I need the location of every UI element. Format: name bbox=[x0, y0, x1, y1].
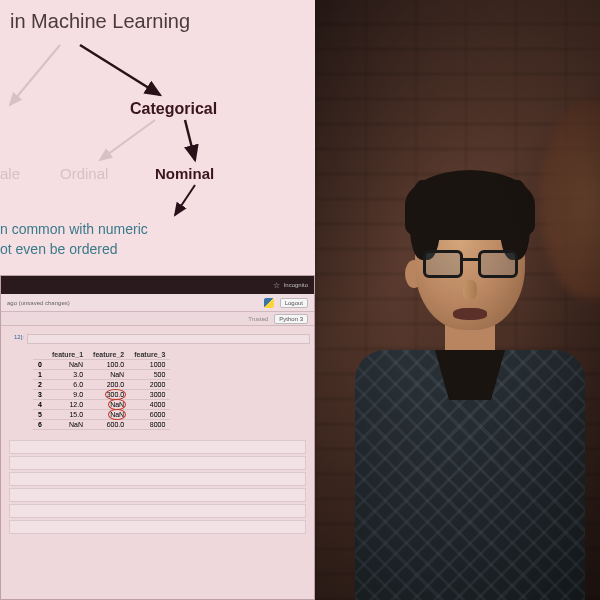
table-header-row: feature_1feature_2feature_3 bbox=[33, 350, 170, 360]
table-cell: 1 bbox=[33, 370, 47, 380]
python-logo-icon bbox=[264, 298, 274, 308]
table-cell: 6 bbox=[33, 420, 47, 430]
table-row: 0NaN100.01000 bbox=[33, 360, 170, 370]
desc-line-2: ot even be ordered bbox=[0, 240, 148, 260]
table-cell: NaN bbox=[88, 370, 129, 380]
node-nominal: Nominal bbox=[155, 165, 214, 182]
slide-title: in Machine Learning bbox=[10, 10, 190, 33]
table-cell: 2000 bbox=[129, 380, 170, 390]
table-cell: 15.0 bbox=[47, 410, 88, 420]
table-cell: 9.0 bbox=[47, 390, 88, 400]
notebook-header-right: Logout bbox=[264, 298, 308, 308]
browser-chrome-bar: ☆ Incognito bbox=[1, 276, 314, 294]
empty-cells-region bbox=[5, 440, 310, 534]
node-scale-faded: ale bbox=[0, 165, 20, 182]
svg-line-1 bbox=[80, 45, 160, 95]
svg-line-3 bbox=[185, 120, 195, 160]
table-col-header: feature_2 bbox=[88, 350, 129, 360]
table-col-header bbox=[33, 350, 47, 360]
notebook-toolbar: Trusted Python 3 bbox=[1, 312, 314, 326]
logout-button[interactable]: Logout bbox=[280, 298, 308, 308]
table-cell: 3.0 bbox=[47, 370, 88, 380]
trusted-label: Trusted bbox=[248, 316, 268, 322]
table-cell: 12.0 bbox=[47, 400, 88, 410]
slide-area: in Machine Learning Categorical ale Ordi… bbox=[0, 0, 315, 270]
incognito-label: Incognito bbox=[284, 282, 308, 288]
svg-line-4 bbox=[175, 185, 195, 215]
node-ordinal-faded: Ordinal bbox=[60, 165, 108, 182]
code-input-area[interactable] bbox=[27, 334, 310, 344]
empty-cell[interactable] bbox=[9, 456, 306, 470]
empty-cell[interactable] bbox=[9, 472, 306, 486]
notebook-file-status: ago (unsaved changes) bbox=[7, 300, 70, 306]
table-cell: 3000 bbox=[129, 390, 170, 400]
table-row: 515.0NaN6000 bbox=[33, 410, 170, 420]
left-panel: in Machine Learning Categorical ale Ordi… bbox=[0, 0, 315, 600]
table-cell: NaN bbox=[47, 420, 88, 430]
table-cell: NaN bbox=[47, 360, 88, 370]
table-cell: 3 bbox=[33, 390, 47, 400]
notebook-header: ago (unsaved changes) Logout bbox=[1, 294, 314, 312]
table-cell: 6000 bbox=[129, 410, 170, 420]
dataframe-table: feature_1feature_2feature_3 0NaN100.0100… bbox=[33, 350, 170, 430]
table-cell: 500 bbox=[129, 370, 170, 380]
table-cell: 0 bbox=[33, 360, 47, 370]
empty-cell[interactable] bbox=[9, 504, 306, 518]
table-cell: NaN bbox=[88, 400, 129, 410]
table-row: 412.0NaN4000 bbox=[33, 400, 170, 410]
empty-cell[interactable] bbox=[9, 488, 306, 502]
node-categorical: Categorical bbox=[130, 100, 217, 118]
table-row: 13.0NaN500 bbox=[33, 370, 170, 380]
table-cell: 5 bbox=[33, 410, 47, 420]
empty-cell[interactable] bbox=[9, 520, 306, 534]
table-cell: 300.0 bbox=[88, 390, 129, 400]
table-cell: 600.0 bbox=[88, 420, 129, 430]
vignette-overlay bbox=[315, 0, 600, 600]
input-prompt: 12]: bbox=[5, 334, 27, 344]
table-cell: 1000 bbox=[129, 360, 170, 370]
table-body: 0NaN100.0100013.0NaN50026.0200.0200039.0… bbox=[33, 360, 170, 430]
table-row: 39.0300.03000 bbox=[33, 390, 170, 400]
table-cell: NaN bbox=[88, 410, 129, 420]
slide-description: n common with numeric ot even be ordered bbox=[0, 220, 148, 259]
dataframe-output: feature_1feature_2feature_3 0NaN100.0100… bbox=[33, 350, 310, 430]
svg-line-0 bbox=[10, 45, 60, 105]
svg-line-2 bbox=[100, 120, 155, 160]
table-cell: 100.0 bbox=[88, 360, 129, 370]
notebook-body: 12]: feature_1feature_2feature_3 0NaN100… bbox=[1, 326, 314, 544]
table-cell: 6.0 bbox=[47, 380, 88, 390]
table-cell: 4 bbox=[33, 400, 47, 410]
desc-line-1: n common with numeric bbox=[0, 220, 148, 240]
jupyter-notebook: ☆ Incognito ago (unsaved changes) Logout… bbox=[0, 275, 315, 600]
table-col-header: feature_3 bbox=[129, 350, 170, 360]
table-cell: 2 bbox=[33, 380, 47, 390]
empty-cell[interactable] bbox=[9, 440, 306, 454]
bookmark-star-icon[interactable]: ☆ bbox=[273, 281, 280, 290]
table-row: 6NaN600.08000 bbox=[33, 420, 170, 430]
table-row: 26.0200.02000 bbox=[33, 380, 170, 390]
table-cell: 8000 bbox=[129, 420, 170, 430]
kernel-indicator[interactable]: Python 3 bbox=[274, 314, 308, 324]
table-cell: 200.0 bbox=[88, 380, 129, 390]
webcam-panel bbox=[315, 0, 600, 600]
table-cell: 4000 bbox=[129, 400, 170, 410]
code-cell[interactable]: 12]: bbox=[5, 334, 310, 344]
table-col-header: feature_1 bbox=[47, 350, 88, 360]
